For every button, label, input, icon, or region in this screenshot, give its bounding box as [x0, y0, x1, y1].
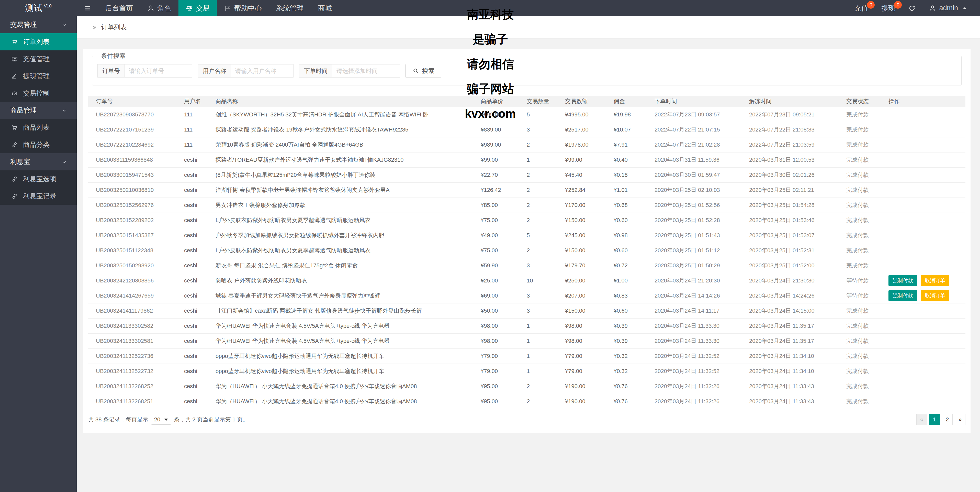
commission-cell: ¥0.98: [606, 228, 647, 243]
link-icon: [11, 176, 18, 182]
actions-cell: [881, 122, 966, 137]
unfreeze-time-cell: 2020年03月24日 11:33:43: [741, 394, 838, 409]
sidebar-item[interactable]: 订单列表: [0, 33, 77, 50]
sidebar-item[interactable]: 提现管理: [0, 67, 77, 85]
actions-cell: [881, 318, 966, 333]
amount-cell: ¥190.00: [557, 379, 606, 394]
sidebar-item[interactable]: 交易控制: [0, 85, 77, 102]
quantity-cell: 3: [519, 303, 557, 318]
force-pay-button[interactable]: 强制付款: [888, 275, 917, 286]
product-name-cell: 城徒 春夏季速干裤男女大码轻薄快干透气户外修身显瘦弹力冲锋裤: [208, 288, 473, 303]
cancel-order-button[interactable]: 取消订单: [921, 290, 949, 301]
order-time-cell: 2020年03月24日 11:32:26: [647, 394, 741, 409]
withdraw-button[interactable]: 提现 0: [875, 0, 902, 16]
order-no-cell: UB2207222107151239: [88, 122, 177, 137]
sidebar-item[interactable]: 利息宝记录: [0, 187, 77, 204]
sidebar-item[interactable]: 充值管理: [0, 50, 77, 67]
product-name-cell: oppo蓝牙耳机迷你vivo超小隐形运动通用华为无线耳塞超长待机开车: [208, 364, 473, 379]
top-nav-item[interactable]: 交易: [178, 0, 217, 16]
force-pay-button[interactable]: 强制付款: [888, 290, 917, 301]
page-button[interactable]: 1: [929, 414, 940, 425]
amount-cell: ¥179.70: [557, 258, 606, 273]
column-header: 商品名称: [208, 96, 473, 107]
unfreeze-time-cell: 2020年03月24日 11:34:10: [741, 364, 838, 379]
quantity-cell: 3: [519, 258, 557, 273]
user-menu[interactable]: admin: [922, 0, 975, 16]
top-nav-item[interactable]: 系统管理: [269, 0, 311, 16]
username-input[interactable]: 请输入用户名称: [231, 64, 294, 78]
top-nav-item[interactable]: 商城: [311, 0, 339, 16]
recharge-button[interactable]: 充值 0: [848, 0, 875, 16]
breadcrumb[interactable]: 订单列表: [83, 16, 135, 38]
order-time-cell: 2020年03月24日 11:33:30: [647, 318, 741, 333]
amount-cell: ¥99.00: [557, 152, 606, 167]
status-cell: 完成付款: [838, 107, 881, 122]
column-header: 佣金: [606, 96, 647, 107]
commission-cell: ¥0.32: [606, 364, 647, 379]
sidebar-group-title[interactable]: 商品管理: [0, 102, 77, 119]
sidebar-group-title[interactable]: 交易管理: [0, 16, 77, 33]
order-no-cell: UB2207222102284692: [88, 137, 177, 152]
sidebar-item[interactable]: 利息宝选项: [0, 170, 77, 187]
angles-right-icon: [92, 24, 98, 30]
table-row: UB2003241133302582ceshi华为/HUAWEI 华为快速充电套…: [88, 318, 966, 333]
page-button[interactable]: »: [955, 414, 966, 425]
commission-cell: ¥0.76: [606, 379, 647, 394]
unit-price-cell: ¥25.00: [473, 273, 519, 288]
order-time-cell: 2020年03月24日 14:14:26: [647, 288, 741, 303]
amount-cell: ¥150.00: [557, 243, 606, 258]
status-cell: 完成付款: [838, 318, 881, 333]
unit-price-cell: ¥59.90: [473, 258, 519, 273]
cancel-order-button[interactable]: 取消订单: [921, 275, 949, 286]
quantity-cell: 10: [519, 273, 557, 288]
sidebar-item[interactable]: 商品分类: [0, 136, 77, 153]
order-no-cell: UB2003241132268251: [88, 394, 177, 409]
top-nav-item[interactable]: 角色: [140, 0, 178, 16]
actions-cell: [881, 348, 966, 364]
order-no-cell: UB2003250152289202: [88, 212, 177, 228]
unit-price-cell: ¥85.00: [473, 198, 519, 212]
username-cell: 111: [177, 137, 208, 152]
record-summary-prefix: 共 38 条记录，每页显示: [88, 416, 148, 423]
sidebar-group-title[interactable]: 利息宝: [0, 153, 77, 170]
search-fieldset: 条件搜索 订单号 请输入订单号 用户名称 请输入用户名称 下单时间 请选择添加时…: [92, 56, 962, 85]
amount-cell: ¥79.00: [557, 364, 606, 379]
amount-cell: ¥150.00: [557, 212, 606, 228]
sidebar-submenu: 订单列表充值管理提现管理交易控制: [0, 33, 77, 102]
actions-cell: 强制付款取消订单: [881, 288, 966, 303]
sidebar-item-label: 利息宝选项: [23, 174, 56, 184]
table-row: UB2003300159471543ceshi(8月新货)蒙牛小真果粒125ml…: [88, 167, 966, 182]
withdraw-label: 提现: [881, 3, 895, 13]
sidebar-item[interactable]: 商品列表: [0, 119, 77, 136]
user-icon: [147, 5, 154, 12]
amount-cell: ¥190.00: [557, 394, 606, 409]
commission-cell: ¥0.68: [606, 198, 647, 212]
top-nav-item[interactable]: 帮助中心: [217, 0, 269, 16]
refresh-button[interactable]: [902, 0, 922, 16]
order-no-cell: UB2003242120308856: [88, 273, 177, 288]
table-row: UB2003250151435387ceshi户外秋冬季加绒加厚抓绒衣男女摇粒绒…: [88, 228, 966, 243]
menu-toggle-button[interactable]: [77, 0, 98, 16]
main-area: 订单列表 条件搜索 订单号 请输入订单号 用户名称 请输入用户名称 下单时间 请…: [77, 16, 980, 492]
username-cell: 111: [177, 122, 208, 137]
search-button[interactable]: 搜索: [406, 64, 441, 78]
recharge-label: 充值: [854, 3, 868, 13]
unfreeze-time-cell: 2020年03月25日 01:53:07: [741, 228, 838, 243]
link-icon: [11, 193, 18, 200]
unfreeze-time-cell: 2020年03月30日 02:01:26: [741, 167, 838, 182]
unfreeze-time-cell: 2020年03月24日 21:30:30: [741, 273, 838, 288]
unit-price-cell: ¥69.00: [473, 288, 519, 303]
quantity-cell: 2: [519, 182, 557, 198]
order-no-input[interactable]: 请输入订单号: [124, 64, 192, 78]
page-size-select[interactable]: 20: [151, 415, 171, 425]
order-time-input[interactable]: 请选择添加时间: [332, 64, 400, 78]
page-button[interactable]: «: [916, 414, 927, 425]
unit-price-cell: ¥839.00: [473, 122, 519, 137]
page-button[interactable]: 2: [942, 414, 953, 425]
order-time-cell: 2020年03月24日 14:11:17: [647, 303, 741, 318]
unfreeze-time-cell: 2020年03月25日 01:53:46: [741, 212, 838, 228]
top-nav-item[interactable]: 后台首页: [98, 0, 140, 16]
unfreeze-time-cell: 2020年03月25日 01:52:31: [741, 243, 838, 258]
app-logo-version: V10: [44, 3, 51, 9]
product-name-cell: 创维（SKYWORTH）32H5 32英寸高清HDR 护眼全面屏 AI人工智能语…: [208, 107, 473, 122]
